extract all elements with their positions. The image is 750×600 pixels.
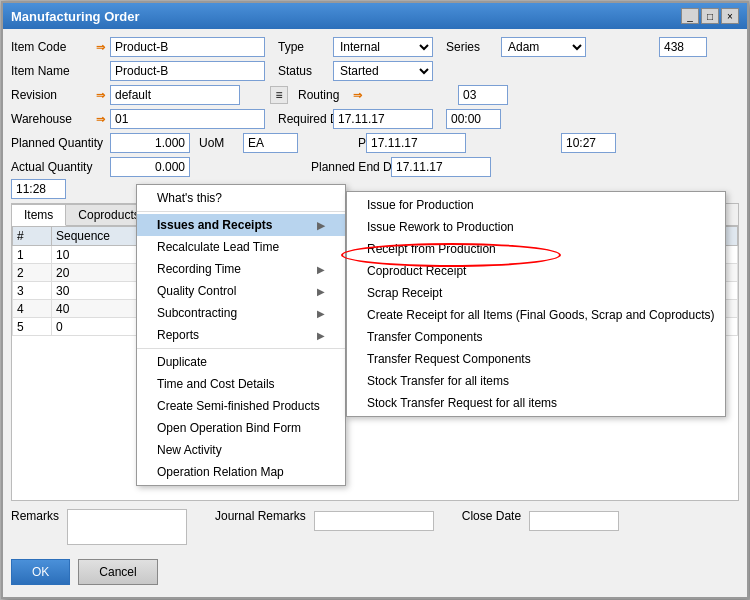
submenu-arrow-subcontracting: ▶	[317, 308, 325, 319]
ctx-whats-this[interactable]: What's this?	[137, 187, 345, 209]
planned-end-time-input[interactable]	[11, 179, 66, 199]
sub-stock-transfer-request-all[interactable]: Stock Transfer Request for all items	[347, 392, 725, 414]
sub-transfer-components[interactable]: Transfer Components	[347, 326, 725, 348]
submenu-arrow-reports: ▶	[317, 330, 325, 341]
sub-receipt-production[interactable]: Receipt from Production	[347, 238, 725, 260]
sub-coproduct-receipt[interactable]: Coproduct Receipt	[347, 260, 725, 282]
close-date-input[interactable]	[529, 511, 619, 531]
context-menu: What's this? Issues and Receipts ▶ Recal…	[136, 184, 346, 486]
sub-scrap-receipt[interactable]: Scrap Receipt	[347, 282, 725, 304]
status-select[interactable]: Started	[333, 61, 433, 81]
revision-label: Revision	[11, 88, 96, 102]
series-num-input[interactable]	[659, 37, 707, 57]
journal-remarks-input[interactable]	[314, 511, 434, 531]
submenu-arrow-recording: ▶	[317, 264, 325, 275]
actual-qty-label: Actual Quantity	[11, 160, 96, 174]
planned-start-time-input[interactable]	[561, 133, 616, 153]
item-code-label: Item Code	[11, 40, 96, 54]
ctx-recalculate[interactable]: Recalculate Lead Time	[137, 236, 345, 258]
series-select[interactable]: Adam	[501, 37, 586, 57]
series-label: Series	[446, 40, 501, 54]
close-date-label: Close Date	[462, 509, 521, 523]
revision-button[interactable]: ≡	[270, 86, 288, 104]
ctx-issues-receipts[interactable]: Issues and Receipts ▶	[137, 214, 345, 236]
type-select[interactable]: Internal	[333, 37, 433, 57]
ctx-subcontracting[interactable]: Subcontracting ▶	[137, 302, 345, 324]
button-row: OK Cancel	[11, 553, 739, 589]
planned-qty-label: Planned Quantity	[11, 136, 96, 150]
sub-stock-transfer-all[interactable]: Stock Transfer for all items	[347, 370, 725, 392]
sub-issue-rework[interactable]: Issue Rework to Production	[347, 216, 725, 238]
close-button[interactable]: ×	[721, 8, 739, 24]
revision-input[interactable]	[110, 85, 240, 105]
main-window: Manufacturing Order _ □ × Item Code ⇒ Ty…	[1, 1, 749, 599]
tab-items[interactable]: Items	[12, 204, 66, 226]
ctx-quality-control[interactable]: Quality Control ▶	[137, 280, 345, 302]
sub-issue-production[interactable]: Issue for Production	[347, 194, 725, 216]
uom-input[interactable]	[243, 133, 298, 153]
planned-end-label: Planned End Date	[311, 160, 391, 174]
routing-input[interactable]	[458, 85, 508, 105]
window-controls: _ □ ×	[681, 8, 739, 24]
ctx-new-activity[interactable]: New Activity	[137, 439, 345, 461]
ok-button[interactable]: OK	[11, 559, 70, 585]
remarks-input[interactable]	[67, 509, 187, 545]
status-label: Status	[278, 64, 333, 78]
planned-start-label: Planned Start Date	[358, 136, 366, 150]
submenu-arrow-issues: ▶	[317, 220, 325, 231]
ctx-sep-2	[137, 348, 345, 349]
ctx-time-cost[interactable]: Time and Cost Details	[137, 373, 345, 395]
ctx-duplicate[interactable]: Duplicate	[137, 351, 345, 373]
ctx-create-semifinished[interactable]: Create Semi-finished Products	[137, 395, 345, 417]
remarks-label: Remarks	[11, 509, 59, 523]
uom-label: UoM	[199, 136, 235, 150]
ctx-sep-1	[137, 211, 345, 212]
sub-transfer-request[interactable]: Transfer Request Components	[347, 348, 725, 370]
submenu-panel: Issue for Production Issue Rework to Pro…	[346, 191, 726, 417]
planned-start-input[interactable]	[366, 133, 466, 153]
item-code-input[interactable]	[110, 37, 265, 57]
ctx-open-operation[interactable]: Open Operation Bind Form	[137, 417, 345, 439]
item-name-label: Item Name	[11, 64, 96, 78]
ctx-reports[interactable]: Reports ▶	[137, 324, 345, 346]
maximize-button[interactable]: □	[701, 8, 719, 24]
sub-create-receipt-all[interactable]: Create Receipt for all Items (Final Good…	[347, 304, 725, 326]
req-time-input[interactable]	[446, 109, 501, 129]
planned-end-input[interactable]	[391, 157, 491, 177]
revision-arrow: ⇒	[96, 89, 110, 102]
routing-arrow: ⇒	[353, 89, 458, 102]
title-bar: Manufacturing Order _ □ ×	[3, 3, 747, 29]
warehouse-input[interactable]	[110, 109, 265, 129]
req-date-label: Required Date	[278, 112, 333, 126]
footer-section: Remarks Journal Remarks Close Date	[11, 505, 739, 549]
minimize-button[interactable]: _	[681, 8, 699, 24]
ctx-recording-time[interactable]: Recording Time ▶	[137, 258, 345, 280]
routing-label: Routing	[298, 88, 353, 102]
planned-qty-input[interactable]	[110, 133, 190, 153]
item-code-arrow: ⇒	[96, 41, 110, 54]
col-num: #	[13, 227, 52, 246]
journal-remarks-label: Journal Remarks	[215, 509, 306, 523]
item-name-input[interactable]	[110, 61, 265, 81]
ctx-operation-map[interactable]: Operation Relation Map	[137, 461, 345, 483]
warehouse-arrow: ⇒	[96, 113, 110, 126]
actual-qty-input[interactable]	[110, 157, 190, 177]
window-title: Manufacturing Order	[11, 9, 140, 24]
main-content: Item Code ⇒ Type Internal Series Adam It…	[3, 29, 747, 597]
req-date-input[interactable]	[333, 109, 433, 129]
type-label: Type	[278, 40, 333, 54]
warehouse-label: Warehouse	[11, 112, 96, 126]
submenu-arrow-quality: ▶	[317, 286, 325, 297]
cancel-button[interactable]: Cancel	[78, 559, 157, 585]
